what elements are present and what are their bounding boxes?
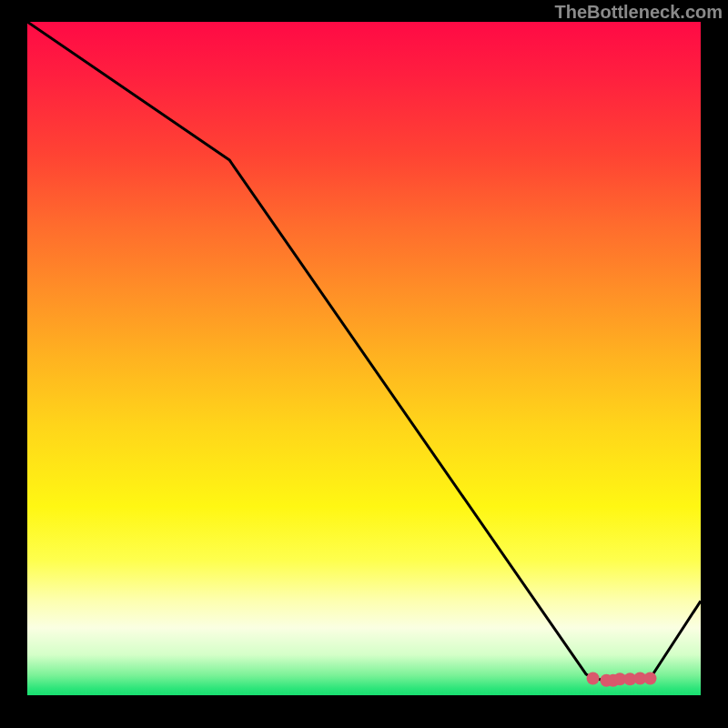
chart-svg xyxy=(27,22,701,695)
marker-series xyxy=(587,672,657,687)
chart-container: TheBottleneck.com xyxy=(0,0,728,728)
plot-area xyxy=(27,22,701,695)
line-series xyxy=(27,22,701,681)
curve-path xyxy=(27,22,701,681)
data-point xyxy=(587,672,600,685)
data-point xyxy=(644,672,657,685)
watermark-text: TheBottleneck.com xyxy=(555,2,723,23)
